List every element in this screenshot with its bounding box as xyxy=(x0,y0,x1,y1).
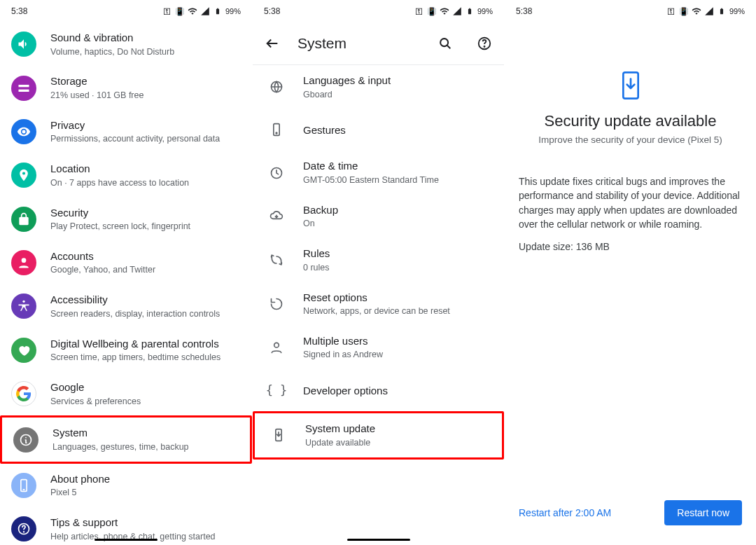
battery-percent: 99% xyxy=(477,7,493,15)
signal-icon xyxy=(452,6,462,16)
settings-row-accessibility[interactable]: Accessibility Screen readers, display, i… xyxy=(0,284,252,328)
row-title: Google xyxy=(50,380,241,394)
status-bar: 5:38 ⚿ 📳 99% xyxy=(505,0,756,22)
status-icons: ⚿ 📳 99% xyxy=(666,6,745,16)
system-row-gestures[interactable]: Gestures xyxy=(253,109,504,151)
settings-row-accounts[interactable]: Accounts Google, Yahoo, and Twitter xyxy=(0,241,252,284)
settings-row-location[interactable]: Location On · 7 apps have access to loca… xyxy=(0,153,252,197)
row-text: Privacy Permissions, account activity, p… xyxy=(50,118,241,145)
location-icon xyxy=(11,163,36,188)
help-button[interactable] xyxy=(476,35,493,52)
settings-row-google[interactable]: Google Services & preferences xyxy=(0,372,252,415)
key-icon: ⚿ xyxy=(666,6,676,16)
signal-icon xyxy=(200,6,210,16)
help-icon xyxy=(11,516,36,541)
settings-row-privacy[interactable]: Privacy Permissions, account activity, p… xyxy=(0,110,252,153)
row-text: Digital Wellbeing & parental controls Sc… xyxy=(50,337,241,364)
row-title: Rules xyxy=(303,247,493,261)
wifi-icon xyxy=(188,6,197,16)
wellbeing-icon xyxy=(11,338,36,363)
nav-pill[interactable] xyxy=(347,539,410,541)
row-text: Storage 21% used · 101 GB free xyxy=(50,74,241,101)
row-title: Reset options xyxy=(303,291,493,305)
svg-point-8 xyxy=(440,39,448,46)
system-row-reset-options[interactable]: Reset options Network, apps, or device c… xyxy=(253,282,504,326)
row-text: Gestures xyxy=(303,123,493,137)
row-text: System Languages, gestures, time, backup xyxy=(52,426,239,453)
row-text: Security Play Protect, screen lock, fing… xyxy=(50,206,241,233)
settings-row-system[interactable]: System Languages, gestures, time, backup xyxy=(0,415,252,463)
row-text: Location On · 7 apps have access to loca… xyxy=(50,162,241,188)
settings-row-about-phone[interactable]: About phone Pixel 5 xyxy=(0,464,252,507)
svg-point-13 xyxy=(276,133,277,134)
row-title: Tips & support xyxy=(50,516,241,530)
row-text: Reset options Network, apps, or device c… xyxy=(303,291,493,317)
row-subtitle: Languages, gestures, time, backup xyxy=(52,441,239,453)
svg-point-2 xyxy=(22,258,27,263)
lock-icon xyxy=(11,207,36,232)
row-title: Developer options xyxy=(303,384,493,398)
svg-point-7 xyxy=(24,532,24,532)
row-subtitle: Network, apps, or device can be reset xyxy=(303,305,493,317)
key-icon: ⚿ xyxy=(162,6,172,16)
update-content: Security update available Improve the se… xyxy=(505,22,756,252)
system-row-rules[interactable]: Rules 0 rules xyxy=(253,238,504,282)
wifi-icon xyxy=(692,6,701,16)
row-text: Multiple users Signed in as Andrew xyxy=(303,334,493,361)
row-title: Backup xyxy=(303,203,493,217)
row-subtitle: Services & preferences xyxy=(50,396,241,408)
row-subtitle: On · 7 apps have access to location xyxy=(50,177,241,189)
update-subtitle: Improve the security of your device (Pix… xyxy=(519,134,742,145)
settings-row-security[interactable]: Security Play Protect, screen lock, fing… xyxy=(0,198,252,241)
accessibility-icon xyxy=(11,294,36,319)
row-text: System update Update available xyxy=(305,422,491,448)
status-time: 5:38 xyxy=(516,6,532,16)
row-title: Date & time xyxy=(303,159,493,173)
row-title: Accounts xyxy=(50,249,241,263)
wifi-icon xyxy=(440,6,449,16)
row-title: Security xyxy=(50,206,241,220)
system-row-languages-input[interactable]: Languages & input Gboard xyxy=(253,65,504,109)
reset-icon xyxy=(264,291,289,317)
settings-row-sound-vibration[interactable]: Sound & vibration Volume, haptics, Do No… xyxy=(0,22,252,66)
system-row-backup[interactable]: Backup On xyxy=(253,195,504,238)
vibrate-icon: 📳 xyxy=(427,6,437,16)
system-row-developer-options[interactable]: { } Developer options xyxy=(253,369,504,411)
row-text: Sound & vibration Volume, haptics, Do No… xyxy=(50,31,241,57)
row-subtitle: Screen readers, display, interaction con… xyxy=(50,308,241,320)
status-time: 5:38 xyxy=(11,6,27,16)
row-text: Developer options xyxy=(303,384,493,398)
restart-after-link[interactable]: Restart after 2:00 AM xyxy=(519,507,611,518)
restart-now-button[interactable]: Restart now xyxy=(664,500,742,525)
search-button[interactable] xyxy=(437,35,454,52)
system-list[interactable]: Languages & input Gboard Gestures Date &… xyxy=(253,65,504,460)
battery-icon xyxy=(213,6,223,16)
row-title: Digital Wellbeing & parental controls xyxy=(50,337,241,351)
row-text: Google Services & preferences xyxy=(50,380,241,407)
settings-row-storage[interactable]: Storage 21% used · 101 GB free xyxy=(0,66,252,109)
nav-pill[interactable] xyxy=(94,539,158,541)
back-button[interactable] xyxy=(264,35,281,52)
row-text: Rules 0 rules xyxy=(303,247,493,273)
settings-row-digital-wellbeing-parental-controls[interactable]: Digital Wellbeing & parental controls Sc… xyxy=(0,329,252,372)
account-icon xyxy=(11,250,36,275)
system-row-date-time[interactable]: Date & time GMT-05:00 Eastern Standard T… xyxy=(253,151,504,194)
system-header: System xyxy=(253,22,504,65)
row-title: System update xyxy=(305,422,491,436)
status-bar: 5:38 ⚿ 📳 99% xyxy=(253,0,504,22)
row-text: Accounts Google, Yahoo, and Twitter xyxy=(50,249,241,276)
row-title: Storage xyxy=(50,74,241,88)
row-title: Sound & vibration xyxy=(50,31,241,45)
row-subtitle: 0 rules xyxy=(303,262,493,274)
system-title: System xyxy=(298,35,420,52)
battery-percent: 99% xyxy=(225,7,241,15)
update-icon xyxy=(266,422,291,448)
row-subtitle: Pixel 5 xyxy=(50,487,241,499)
system-row-multiple-users[interactable]: Multiple users Signed in as Andrew xyxy=(253,326,504,369)
cloud-icon xyxy=(264,204,289,229)
clock-icon xyxy=(264,160,289,186)
settings-list[interactable]: Sound & vibration Volume, haptics, Do No… xyxy=(0,22,252,545)
battery-icon xyxy=(465,6,475,16)
system-row-system-update[interactable]: System update Update available xyxy=(253,411,504,459)
row-text: About phone Pixel 5 xyxy=(50,472,241,499)
